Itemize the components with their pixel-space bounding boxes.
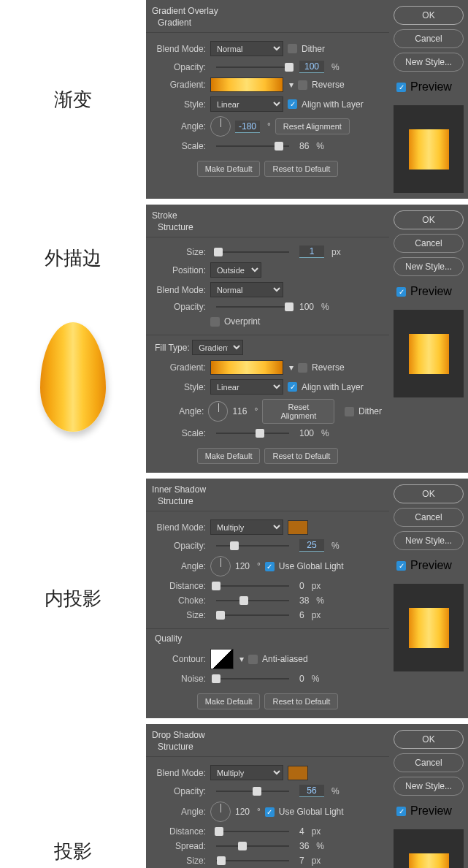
- unit-pct: %: [316, 595, 324, 606]
- style-select[interactable]: Linear: [210, 379, 283, 395]
- blendmode-select[interactable]: Multiply: [210, 519, 283, 535]
- noise-slider[interactable]: [216, 678, 289, 679]
- ok-button[interactable]: OK: [394, 730, 464, 749]
- unit-pct: %: [321, 302, 329, 312]
- filltype-select[interactable]: Gradient: [192, 340, 243, 355]
- angle-dial[interactable]: [210, 802, 231, 822]
- antialias-checkbox[interactable]: [248, 655, 258, 664]
- size-slider[interactable]: [216, 860, 289, 861]
- preview-swatch: [409, 853, 449, 869]
- angle-dial[interactable]: [210, 556, 231, 576]
- unit-pct: %: [316, 841, 324, 851]
- dither-checkbox[interactable]: [345, 407, 354, 416]
- blendmode-select[interactable]: Multiply: [210, 765, 283, 780]
- noise-value[interactable]: 0: [299, 674, 304, 684]
- contour-swatch[interactable]: [210, 649, 234, 669]
- opacity-slider[interactable]: [216, 545, 289, 547]
- style-select[interactable]: Linear: [210, 96, 283, 112]
- size-slider[interactable]: [216, 251, 289, 253]
- scale-value[interactable]: 86: [299, 141, 309, 151]
- scale-slider[interactable]: [216, 433, 289, 434]
- reset-alignment-button[interactable]: Reset Alignment: [275, 118, 350, 134]
- unit-px: px: [312, 826, 321, 837]
- reset-default-button[interactable]: Reset to Default: [264, 161, 338, 177]
- angle-value[interactable]: -180: [235, 121, 260, 133]
- size-slider[interactable]: [216, 614, 289, 616]
- choke-value[interactable]: 38: [299, 595, 309, 606]
- ok-button[interactable]: OK: [394, 484, 464, 503]
- cancel-button[interactable]: Cancel: [394, 234, 464, 253]
- opacity-value[interactable]: 100: [299, 302, 314, 312]
- label-contour: Contour:: [153, 654, 206, 664]
- cancel-button[interactable]: Cancel: [394, 29, 464, 48]
- gradient-swatch[interactable]: [210, 360, 283, 375]
- make-default-button[interactable]: Make Default: [197, 448, 261, 464]
- unit-px: px: [312, 856, 321, 866]
- ok-button[interactable]: OK: [394, 6, 464, 25]
- preview-checkbox[interactable]: [396, 83, 406, 92]
- choke-slider[interactable]: [216, 600, 289, 601]
- reverse-checkbox[interactable]: [298, 80, 307, 90]
- label-blendmode: Blend Mode:: [153, 768, 206, 778]
- gradient-swatch[interactable]: [210, 77, 283, 92]
- color-swatch[interactable]: [288, 520, 308, 535]
- make-default-button[interactable]: Make Default: [197, 161, 261, 177]
- preview-label: Preview: [410, 559, 452, 572]
- opacity-value[interactable]: 25: [299, 539, 324, 552]
- preview-label: Preview: [410, 804, 452, 818]
- distance-slider[interactable]: [216, 585, 289, 587]
- opacity-slider[interactable]: [216, 66, 289, 68]
- opacity-slider[interactable]: [216, 791, 289, 792]
- opacity-value[interactable]: 56: [299, 785, 324, 797]
- angle-dial[interactable]: [208, 401, 228, 422]
- distance-value[interactable]: 4: [299, 826, 304, 837]
- reverse-checkbox[interactable]: [298, 363, 307, 373]
- newstyle-button[interactable]: New Style...: [394, 257, 464, 276]
- label-style: Style:: [153, 99, 206, 110]
- spread-slider[interactable]: [216, 845, 289, 847]
- preview-checkbox[interactable]: [396, 287, 406, 297]
- unit-px: px: [331, 247, 341, 257]
- ok-button[interactable]: OK: [394, 210, 464, 229]
- distance-value[interactable]: 0: [299, 581, 304, 591]
- dither-label: Dither: [358, 406, 382, 416]
- shape-illustration: [40, 322, 106, 432]
- cancel-button[interactable]: Cancel: [394, 508, 464, 527]
- distance-slider[interactable]: [216, 831, 289, 832]
- global-light-checkbox[interactable]: [265, 562, 275, 571]
- newstyle-button[interactable]: New Style...: [394, 53, 464, 72]
- scale-value[interactable]: 100: [299, 428, 314, 438]
- color-swatch[interactable]: [288, 766, 308, 780]
- reset-default-button[interactable]: Reset to Default: [264, 693, 338, 709]
- angle-value[interactable]: 116: [232, 406, 247, 416]
- cancel-button[interactable]: Cancel: [394, 753, 464, 772]
- make-default-button[interactable]: Make Default: [197, 693, 261, 709]
- newstyle-button[interactable]: New Style...: [394, 777, 464, 796]
- opacity-slider[interactable]: [216, 306, 289, 308]
- size-value[interactable]: 7: [299, 856, 304, 866]
- unit-deg: °: [267, 121, 271, 132]
- label-angle: Angle:: [153, 406, 204, 416]
- preview-checkbox[interactable]: [396, 807, 406, 816]
- global-light-checkbox[interactable]: [265, 807, 275, 817]
- scale-slider[interactable]: [216, 145, 289, 147]
- overprint-checkbox[interactable]: [210, 317, 220, 327]
- dither-checkbox[interactable]: [288, 44, 297, 53]
- label-size: Size:: [153, 856, 206, 866]
- reset-alignment-button[interactable]: Reset Alignment: [262, 399, 334, 424]
- align-checkbox[interactable]: [288, 382, 297, 392]
- reset-default-button[interactable]: Reset to Default: [264, 448, 338, 464]
- spread-value[interactable]: 36: [299, 841, 309, 851]
- angle-value[interactable]: 120: [235, 561, 250, 571]
- blendmode-select[interactable]: Normal: [210, 41, 283, 56]
- newstyle-button[interactable]: New Style...: [394, 531, 464, 550]
- size-value[interactable]: 1: [299, 245, 324, 258]
- position-select[interactable]: Outside: [210, 262, 261, 278]
- preview-checkbox[interactable]: [396, 561, 406, 571]
- align-checkbox[interactable]: [288, 99, 297, 109]
- blendmode-select[interactable]: Normal: [210, 282, 283, 297]
- angle-dial[interactable]: [210, 116, 231, 137]
- angle-value[interactable]: 120: [235, 807, 250, 817]
- opacity-value[interactable]: 100: [299, 61, 324, 73]
- size-value[interactable]: 6: [299, 610, 304, 620]
